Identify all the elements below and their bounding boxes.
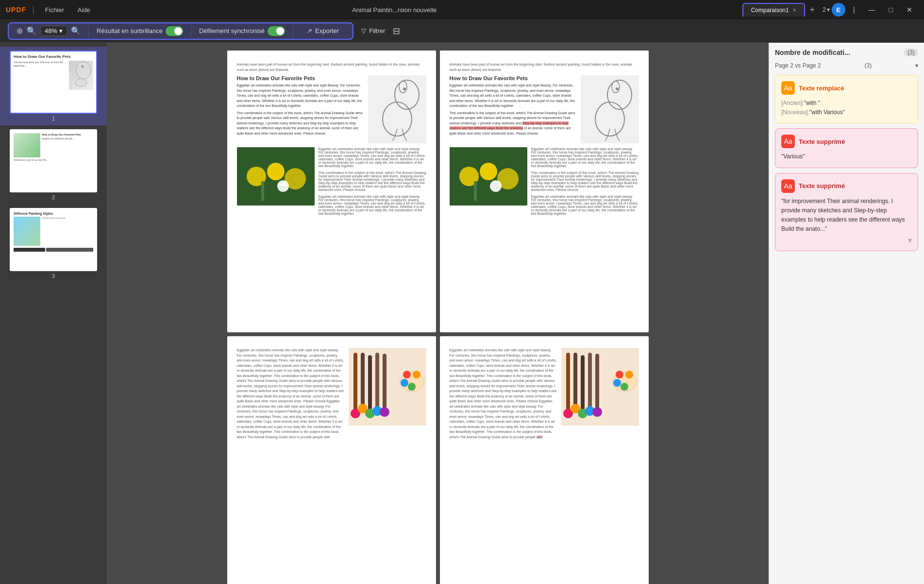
page2-left-para2: This combination is the subject of this … — [237, 111, 364, 137]
page2-right-para2: This combination is the subject of this … — [450, 111, 577, 137]
page2-number: 2 — [52, 194, 55, 200]
win-maximize-button[interactable]: □ — [883, 4, 899, 16]
svg-point-37 — [403, 371, 411, 378]
highlight-toggle[interactable] — [166, 26, 183, 36]
change-card-1: Aa Texte remplacé [Ancien]:"with " [Nouv… — [775, 75, 918, 123]
page-compare-count: (3) — [865, 62, 872, 69]
main-area: How to Draw Our Favorite Pets Animals ha… — [0, 43, 924, 584]
svg-point-35 — [380, 407, 389, 417]
page-thumb-2[interactable]: How to Draw Our Favorite Pets Egyptian a… — [0, 125, 107, 204]
page-thumb-1[interactable]: How to Draw Our Favorite Pets Animals ha… — [0, 47, 107, 125]
page1-thumbnail: How to Draw Our Favorite Pets Animals ha… — [10, 51, 97, 114]
page2-thumbnail: How to Draw Our Favorite Pets Egyptian a… — [10, 129, 97, 192]
zoom-arrow-icon: ▾ — [59, 27, 63, 34]
svg-rect-26 — [353, 353, 357, 411]
svg-point-55 — [621, 383, 628, 391]
page2-right: Animals have been part of human art from… — [440, 51, 649, 332]
page-thumb-3[interactable]: Different Painting Styles Painting style… — [0, 204, 107, 283]
page1-number: 1 — [52, 116, 55, 121]
zoom-in-button[interactable]: 🔍 — [71, 26, 81, 35]
win-close-button[interactable]: ✕ — [901, 4, 918, 16]
page3-spread: Egyptian art celebrates animals like cat… — [115, 336, 761, 584]
highlight-label: Résultat en surbrillance — [97, 27, 163, 34]
svg-rect-27 — [361, 353, 365, 406]
new-key: [Nouveau]: — [781, 109, 809, 116]
toolbar: ⊛ 🔍 48% ▾ 🔍 Résultat en surbrillance Déf… — [0, 19, 924, 43]
flowers-image-right — [450, 147, 527, 206]
change-card-3: Aa Texte supprimé "for improvement Their… — [775, 173, 918, 252]
window-controls: 2 ▾ E | — □ ✕ — [823, 3, 918, 17]
svg-point-56 — [613, 379, 621, 387]
scroll-toggle[interactable] — [268, 26, 285, 36]
change-card-2-header: Aa Texte supprimé — [781, 135, 912, 148]
svg-point-51 — [592, 407, 602, 417]
panel-title: Nombre de modificati... — [775, 49, 850, 56]
page2-left-para1: Egyptian art celebrates animals like cat… — [237, 83, 364, 109]
svg-point-0 — [76, 62, 91, 79]
page3-left-text: Egyptian art celebrates animals like cat… — [237, 348, 345, 440]
old-val: "with " — [804, 100, 820, 106]
toolbar-divider2 — [191, 25, 191, 37]
panel-header: Nombre de modificati... (3) — [775, 49, 918, 56]
zoom-out-button[interactable]: 🔍 — [27, 26, 36, 35]
page2-spread: Animals have been part of human art from… — [115, 51, 761, 332]
page3-thumbnail: Different Painting Styles Painting style… — [10, 208, 97, 271]
export-button[interactable]: ↗ Exporter — [301, 25, 345, 36]
svg-point-24 — [490, 180, 502, 192]
page2-left-mid: Egyptian art celebrates animals like cat… — [237, 147, 426, 215]
deleted-label-2: Texte supprimé — [799, 182, 845, 189]
tab-close-icon[interactable]: × — [793, 7, 796, 14]
svg-rect-46 — [595, 354, 599, 411]
tab-label: Comparaison1 — [751, 7, 789, 14]
deleted-content-2: "for improvement Their animal renderings… — [781, 197, 912, 234]
highlight-toggle-group: Résultat en surbrillance — [97, 26, 183, 36]
svg-point-54 — [625, 371, 633, 378]
content-area: Animals have been part of human art from… — [107, 43, 769, 584]
panel-expand-icon[interactable]: ▾ — [915, 62, 918, 69]
change-card-2: Aa Texte supprimé "Various" — [775, 128, 918, 168]
deleted-label-1: Texte supprimé — [799, 138, 845, 145]
page3-number: 3 — [52, 273, 55, 279]
toolbar-main-section: ⊛ 🔍 48% ▾ 🔍 Résultat en surbrillance Déf… — [8, 22, 353, 40]
page2-left-intro: Animals have been part of human art from… — [237, 62, 426, 72]
layers-button[interactable]: ⊛ — [17, 26, 23, 35]
replaced-label: Texte remplacé — [799, 85, 844, 92]
svg-point-2 — [81, 65, 84, 68]
zoom-display[interactable]: 48% ▾ — [40, 26, 67, 36]
tab-add-icon[interactable]: + — [806, 5, 819, 15]
svg-point-38 — [413, 371, 420, 378]
page2-left-dog-image — [368, 75, 426, 143]
filter-label: Filtrer — [369, 27, 385, 34]
tab-bar: Comparaison1 × + — [742, 3, 819, 17]
change-card-3-header: Aa Texte supprimé — [781, 179, 912, 193]
filter-button[interactable]: ▽ Filtrer — [357, 25, 389, 36]
page3-right-text: Egyptian art celebrates animals like cat… — [450, 348, 557, 440]
win-minimize-button[interactable]: — — [863, 4, 881, 16]
svg-rect-44 — [581, 355, 585, 411]
svg-rect-12 — [261, 181, 264, 201]
change-card-1-header: Aa Texte remplacé — [781, 81, 912, 95]
page3-thumb-label: Different Painting Styles — [14, 212, 93, 215]
app-logo: UPDF — [6, 6, 26, 14]
page2-left-mid-text: Egyptian art celebrates animals like cat… — [319, 147, 426, 215]
page3-left-palette — [349, 348, 426, 442]
new-val: "with Various" — [809, 109, 845, 116]
win-separator: | — [847, 4, 861, 16]
user-avatar[interactable]: E — [832, 3, 845, 17]
deleted-icon-1: Aa — [781, 135, 795, 148]
version-badge[interactable]: 2 ▾ — [823, 6, 830, 13]
svg-point-21 — [480, 163, 497, 180]
split-view-button[interactable]: ⊟ — [393, 26, 400, 36]
page2-right-dog-image — [581, 75, 639, 143]
deleted-val-2: "for improvement Their animal renderings… — [781, 198, 905, 233]
svg-point-18 — [616, 87, 619, 90]
scroll-toggle-group: Défilement synchronisé — [199, 26, 285, 36]
svg-rect-43 — [573, 353, 577, 406]
svg-point-7 — [403, 87, 406, 90]
filename: Animal Paintin...rsion nouvelle — [60, 6, 729, 14]
page3-left-content: Egyptian art celebrates animals like cat… — [237, 348, 426, 442]
deleted-icon-2: Aa — [781, 179, 795, 193]
svg-point-10 — [267, 163, 285, 180]
right-panel: Nombre de modificati... (3) Page 2 vs Pa… — [769, 43, 924, 584]
tab-comparaison[interactable]: Comparaison1 × — [742, 3, 805, 17]
